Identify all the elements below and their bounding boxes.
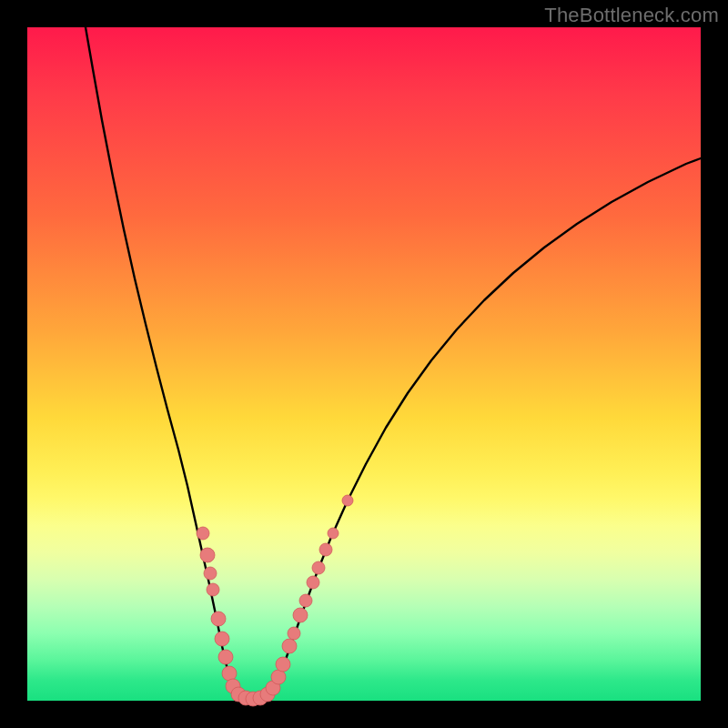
data-marker: [276, 657, 290, 672]
data-marker: [200, 548, 215, 562]
data-marker: [328, 528, 339, 539]
data-marker: [288, 627, 300, 640]
data-markers: [197, 495, 353, 706]
data-marker: [204, 567, 217, 580]
data-marker: [197, 527, 209, 540]
data-marker: [211, 612, 226, 626]
plot-area: [27, 27, 701, 701]
chart-frame: TheBottleneck.com: [0, 0, 728, 728]
data-marker: [319, 543, 332, 556]
data-marker: [207, 583, 219, 596]
data-marker: [215, 632, 229, 646]
data-marker: [307, 576, 319, 589]
data-marker: [342, 495, 353, 506]
data-marker: [312, 561, 325, 574]
data-marker: [222, 666, 237, 681]
data-marker: [271, 670, 286, 684]
chart-svg: [27, 27, 701, 701]
data-marker: [282, 639, 297, 653]
watermark-text: TheBottleneck.com: [544, 4, 719, 27]
data-marker: [218, 650, 233, 664]
data-marker: [299, 594, 312, 607]
bottleneck-curve: [86, 27, 701, 700]
data-marker: [293, 608, 308, 622]
